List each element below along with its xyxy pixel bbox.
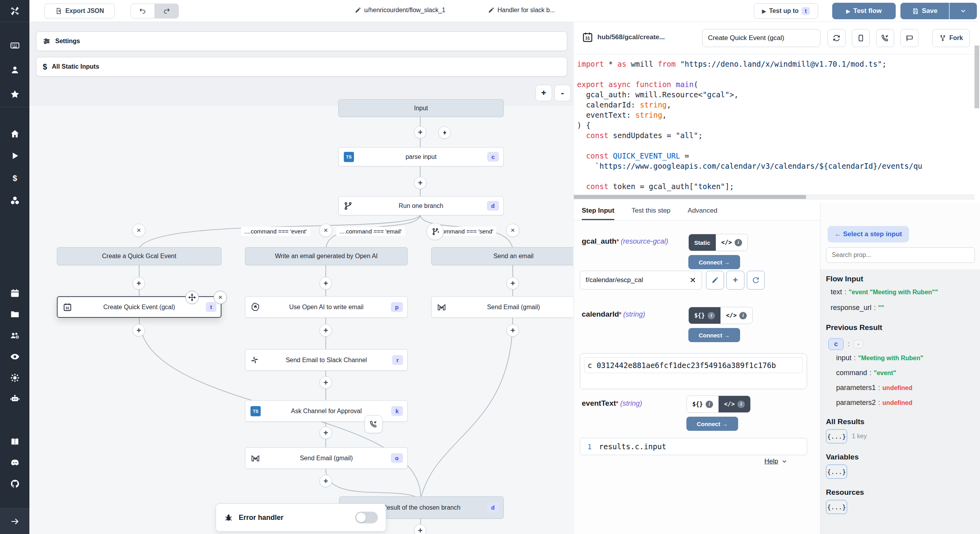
- test-up-to-button[interactable]: ▶ Test up to t: [754, 3, 818, 19]
- help-link[interactable]: Help: [764, 457, 788, 465]
- step-name-input[interactable]: [702, 29, 820, 47]
- calendar-id-mode-toggle[interactable]: ${}i </>i: [688, 307, 753, 324]
- flow-summary[interactable]: Handler for slack b...: [488, 7, 555, 14]
- flow-node-b1[interactable]: Create a Quick Gcal Event: [57, 247, 221, 265]
- sidebar-expand-button[interactable]: [0, 508, 29, 534]
- add-step-button[interactable]: +: [319, 277, 332, 290]
- export-json-button[interactable]: Export JSON: [44, 4, 115, 18]
- sidebar-item-home[interactable]: [9, 128, 20, 139]
- delete-branch-button[interactable]: ×: [132, 224, 145, 237]
- suspend-indicator-button[interactable]: [365, 415, 383, 433]
- zoom-out-button[interactable]: -: [554, 85, 571, 101]
- sidebar-item-folder[interactable]: [9, 309, 20, 320]
- add-step-button[interactable]: +: [132, 324, 145, 337]
- sidebar-item-cubes[interactable]: [9, 195, 20, 206]
- collapse-button[interactable]: -: [853, 340, 863, 348]
- tab-step-input[interactable]: Step Input: [582, 202, 614, 220]
- all-results-expand-button[interactable]: {...}: [826, 429, 847, 443]
- flow-node-s3[interactable]: Send Email (gmail): [431, 296, 573, 318]
- delete-branch-button[interactable]: ×: [319, 224, 332, 237]
- code-vertical-scrollbar[interactable]: [975, 46, 979, 108]
- previous-result-step-chip[interactable]: c: [828, 338, 844, 350]
- sidebar-item-play[interactable]: [9, 150, 20, 161]
- add-step-button[interactable]: +: [319, 376, 332, 389]
- redo-button[interactable]: [154, 4, 179, 18]
- prop-row-response_url[interactable]: response_url:"": [831, 304, 884, 312]
- calendar-id-connect-button[interactable]: Connect →: [688, 328, 740, 342]
- variables-expand-button[interactable]: {...}: [826, 465, 847, 479]
- suspend-step-button[interactable]: [876, 29, 894, 47]
- prop-row-input[interactable]: input:"Meeting with Ruben": [836, 354, 923, 362]
- sleep-step-button[interactable]: [900, 29, 918, 47]
- toggle-javascript[interactable]: </>i: [716, 234, 748, 251]
- edit-resource-button[interactable]: [706, 271, 724, 290]
- sidebar-item-apps[interactable]: [9, 40, 20, 51]
- gcal-auth-mode-toggle[interactable]: Static </>i: [688, 234, 748, 251]
- add-step-button[interactable]: +: [414, 524, 426, 534]
- undo-button[interactable]: [131, 4, 155, 18]
- prop-row-command[interactable]: command:"event": [836, 369, 896, 377]
- windmill-logo[interactable]: [0, 0, 29, 22]
- toggle-static[interactable]: ${}i: [689, 307, 720, 324]
- flow-path[interactable]: u/henricourdent/flow_slack_1: [355, 7, 445, 14]
- code-horizontal-scrollbar[interactable]: [574, 194, 975, 200]
- sidebar-item-star[interactable]: [9, 89, 20, 100]
- flow-node-s2[interactable]: Use Open AI to write emailp: [245, 296, 408, 318]
- move-step-button[interactable]: [185, 291, 199, 304]
- flow-settings-bar[interactable]: Settings: [36, 31, 567, 51]
- sync-script-button[interactable]: [828, 29, 846, 47]
- flow-node-gmail2[interactable]: Send Email (gmail)o: [245, 447, 408, 469]
- event-text-expression-editor[interactable]: 1 results.c.input: [580, 438, 807, 455]
- add-branch-button[interactable]: [426, 223, 444, 240]
- sidebar-item-calendar[interactable]: [9, 288, 20, 299]
- calendar-id-input[interactable]: [584, 357, 803, 373]
- flow-node-input[interactable]: Input: [338, 99, 504, 117]
- toggle-static[interactable]: ${}i: [687, 396, 719, 412]
- all-static-inputs-bar[interactable]: $ All Static Inputs: [36, 57, 567, 77]
- branch-condition-label[interactable]: ....command === 'event': [241, 227, 310, 236]
- add-step-button[interactable]: +: [319, 324, 332, 337]
- error-handler-toggle[interactable]: [355, 512, 378, 523]
- error-handler-bar[interactable]: Error handler: [216, 503, 386, 532]
- gcal-auth-connect-button[interactable]: Connect →: [688, 255, 740, 269]
- prop-row-parameters1[interactable]: parameters1:undefined: [836, 384, 913, 392]
- search-prop-input[interactable]: [826, 247, 975, 263]
- sidebar-item-user[interactable]: [9, 64, 20, 75]
- branch-condition-label[interactable]: ....command === 'email': [336, 227, 405, 236]
- event-text-connect-button[interactable]: Connect →: [686, 417, 738, 431]
- fork-script-button[interactable]: Fork: [932, 29, 970, 47]
- sidebar-item-dollar[interactable]: $: [9, 173, 20, 184]
- flow-node-approval[interactable]: TSAsk Channel for Approvalk: [245, 400, 408, 422]
- prop-row-text[interactable]: text:"event "Meeting with Ruben"": [831, 288, 938, 296]
- gcal-auth-resource-input[interactable]: [580, 271, 702, 290]
- sidebar-item-robot[interactable]: [9, 393, 20, 404]
- add-step-button[interactable]: +: [414, 126, 426, 139]
- code-editor[interactable]: import * as wmill from "https://deno.lan…: [577, 59, 975, 199]
- event-text-mode-toggle[interactable]: ${}i </>i: [686, 395, 751, 413]
- sidebar-item-eye[interactable]: [9, 351, 20, 362]
- select-step-input-button[interactable]: ← Select a step input: [828, 226, 909, 242]
- add-step-button[interactable]: +: [319, 475, 332, 487]
- sidebar-item-groups[interactable]: [9, 330, 20, 341]
- resources-expand-button[interactable]: {...}: [826, 500, 847, 514]
- sidebar-item-gear[interactable]: [9, 372, 20, 383]
- save-button[interactable]: Save: [900, 3, 949, 19]
- container-button[interactable]: [852, 29, 870, 47]
- sidebar-item-discord[interactable]: [9, 457, 20, 468]
- prop-row-parameters2[interactable]: parameters2:undefined: [836, 399, 913, 407]
- add-resource-button[interactable]: +: [726, 271, 744, 290]
- flow-node-b3[interactable]: Send an email: [431, 247, 573, 265]
- sidebar-item-book[interactable]: [9, 436, 20, 447]
- toggle-javascript[interactable]: </>i: [719, 396, 750, 412]
- sidebar-item-github[interactable]: [9, 478, 20, 489]
- clear-resource-icon[interactable]: ✕: [690, 275, 696, 285]
- tab-test-this-step[interactable]: Test this step: [632, 202, 670, 220]
- add-step-button[interactable]: +: [414, 177, 426, 189]
- flow-node-b2[interactable]: Write an email generated by Open AI: [245, 247, 408, 265]
- calendar-id-input-box[interactable]: [580, 353, 807, 389]
- save-menu-button[interactable]: [949, 3, 977, 19]
- flow-node-run[interactable]: Run one branchd: [338, 196, 504, 215]
- delete-branch-button[interactable]: ×: [506, 224, 519, 237]
- tab-advanced[interactable]: Advanced: [688, 202, 717, 220]
- add-step-button[interactable]: +: [319, 426, 332, 439]
